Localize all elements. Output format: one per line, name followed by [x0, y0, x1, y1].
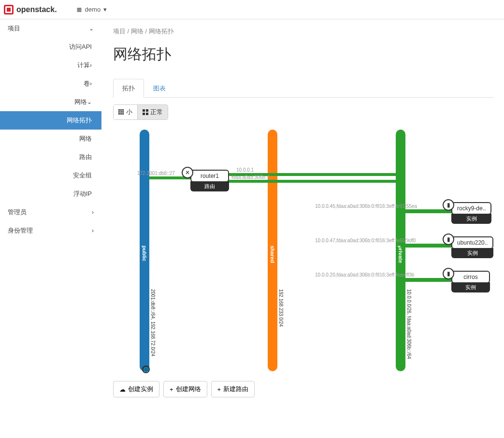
chevron-right-icon: ›	[90, 62, 92, 69]
svg-rect-5	[122, 109, 124, 111]
svg-rect-4	[120, 109, 122, 111]
create-router-button[interactable]: + 新建路由	[211, 381, 255, 397]
svg-rect-10	[120, 113, 122, 115]
svg-rect-6	[118, 111, 120, 113]
cloud-upload-icon: ☁	[119, 386, 126, 393]
instance-name: rocky9-de..	[451, 202, 491, 215]
link-ip-instance-0: 10.0.0.45,fdaa:a0ad:306b:0:f816:3eff:fe9…	[315, 204, 417, 209]
chevron-down-icon: ⌄	[89, 25, 94, 32]
svg-rect-13	[146, 109, 148, 112]
link-ip-router-private-1: 10.0.0.1	[236, 167, 254, 173]
svg-rect-3	[118, 109, 120, 111]
tab-topology[interactable]: 拓扑	[113, 79, 144, 98]
breadcrumb-current: 网络拓扑	[149, 28, 174, 35]
instance-name: cirros	[451, 271, 490, 283]
chevron-right-icon: ›	[92, 227, 94, 234]
svg-rect-8	[122, 111, 124, 113]
sidebar-item-project[interactable]: 项目 ⌄	[0, 19, 101, 38]
project-selector[interactable]: demo ▾	[76, 6, 107, 13]
view-small-button[interactable]: 小	[114, 105, 137, 119]
chevron-down-icon: ⌄	[87, 99, 92, 105]
instance-type: 实例	[451, 248, 493, 258]
tab-graph[interactable]: 图表	[144, 79, 175, 98]
network-public-cidr: 2001:db8::/64, 192.168.72.0/24	[150, 289, 156, 356]
router-type: 路由	[190, 181, 229, 191]
brand-logo[interactable]: openstack.	[4, 5, 57, 15]
server-icon: ▮	[443, 199, 454, 211]
create-network-button[interactable]: + 创建网络	[163, 381, 207, 397]
brand-text: openstack.	[16, 5, 57, 14]
svg-rect-14	[143, 113, 145, 115]
server-icon: ▮	[443, 234, 454, 245]
svg-rect-12	[143, 109, 145, 112]
instance-type: 实例	[451, 282, 490, 292]
link-router-private-2	[227, 180, 401, 183]
chevron-right-icon: ›	[90, 80, 92, 87]
sidebar-item-routers[interactable]: 路由	[0, 148, 101, 166]
chevron-right-icon: ›	[92, 209, 94, 216]
grid-small-icon	[118, 109, 124, 115]
network-shared-cidr: 192.168.233.0/24	[278, 289, 284, 327]
network-private-cidr: 10.0.0.0/26, fdaa:a0ad:306b::/64	[406, 289, 412, 359]
instance-type: 实例	[451, 214, 491, 224]
sidebar-item-networks[interactable]: 网络	[0, 130, 101, 148]
topology-canvas[interactable]: public 2001:db8::/64, 192.168.72.0/24 🌐 …	[113, 125, 494, 376]
network-shared[interactable]: shared	[268, 130, 277, 371]
sidebar-item-network[interactable]: 网络 ⌄	[0, 93, 101, 111]
network-public[interactable]: public	[140, 130, 149, 371]
svg-rect-1	[77, 9, 81, 10]
router-icon: ✕	[182, 167, 193, 178]
openstack-icon	[4, 5, 14, 15]
sidebar: 项目 ⌄ 访问API 计算 › 卷 › 网络 ⌄ 网络拓扑 网络 路由 安全组 …	[0, 19, 101, 407]
plus-icon: +	[170, 386, 173, 393]
node-instance-1[interactable]: ▮ ubuntu220.. 实例	[451, 236, 493, 258]
node-instance-0[interactable]: ▮ rocky9-de.. 实例	[451, 202, 491, 224]
sidebar-item-admin[interactable]: 管理员 ›	[0, 203, 101, 221]
breadcrumb-network[interactable]: 网络	[131, 28, 144, 35]
svg-rect-11	[122, 113, 124, 115]
svg-rect-15	[146, 113, 148, 115]
plus-icon: +	[217, 386, 221, 393]
link-ip-instance-2: 10.0.0.20,fdaa:a0ad:306b:0:f816:3eff:fea…	[315, 272, 414, 277]
sidebar-item-topology[interactable]: 网络拓扑	[0, 111, 101, 130]
caret-down-icon: ▾	[103, 6, 107, 13]
sidebar-item-floatingip[interactable]: 浮动IP	[0, 185, 101, 203]
project-name: demo	[85, 6, 101, 13]
sidebar-item-compute[interactable]: 计算 ›	[0, 56, 101, 74]
instance-name: ubuntu220..	[451, 236, 493, 249]
breadcrumb-project[interactable]: 项目	[113, 28, 126, 35]
sidebar-item-volumes[interactable]: 卷 ›	[0, 74, 101, 93]
breadcrumb: 项目 / 网络 / 网络拓扑	[113, 27, 494, 36]
svg-rect-9	[118, 113, 120, 115]
tabs: 拓扑 图表	[113, 79, 494, 98]
grid-large-icon	[143, 109, 148, 115]
view-normal-button[interactable]: 正常	[137, 105, 168, 119]
view-size-toggle: 小 正常	[113, 104, 168, 120]
svg-rect-0	[77, 8, 81, 9]
network-private[interactable]: private	[396, 130, 405, 371]
globe-icon: 🌐	[142, 365, 150, 373]
sidebar-item-api[interactable]: 访问API	[0, 38, 101, 56]
link-ip-router-private-2: fdaa:a0ad:306b::1	[231, 175, 271, 180]
svg-rect-2	[77, 11, 81, 12]
link-ip-instance-1: 10.0.0.47,fdaa:a0ad:306b:0:f816:3eff:fe6…	[315, 238, 416, 243]
svg-rect-7	[120, 111, 122, 113]
link-ip-router-public: 172.2001:db8::27	[137, 171, 175, 176]
node-instance-2[interactable]: ▮ cirros 实例	[451, 271, 490, 292]
launch-instance-button[interactable]: ☁ 创建实例	[113, 381, 159, 397]
sidebar-item-secgroups[interactable]: 安全组	[0, 166, 101, 185]
node-router1[interactable]: ✕ router1 路由	[190, 170, 229, 191]
layers-icon	[76, 7, 82, 13]
page-title: 网络拓扑	[113, 44, 494, 64]
router-name: router1	[190, 170, 229, 182]
server-icon: ▮	[443, 268, 454, 279]
sidebar-item-identity[interactable]: 身份管理 ›	[0, 221, 101, 240]
